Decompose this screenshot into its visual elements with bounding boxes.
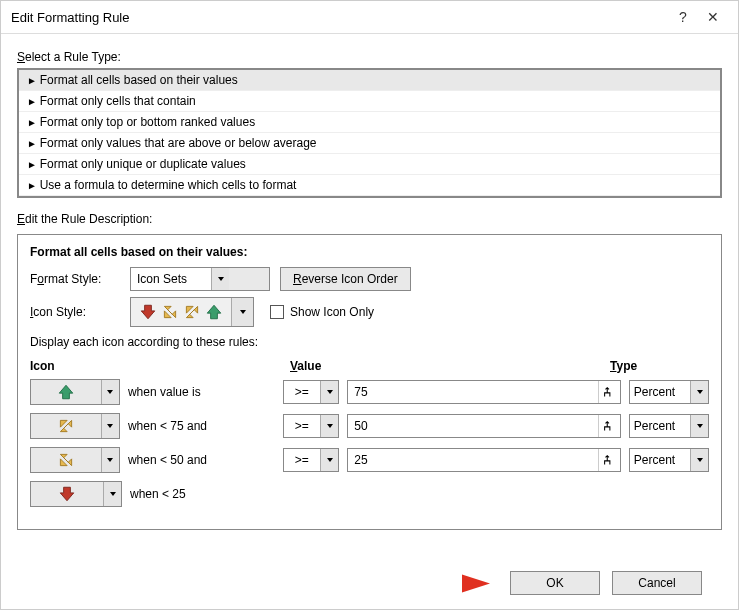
- operator-dropdown[interactable]: >=: [283, 414, 340, 438]
- checkbox-icon: [270, 305, 284, 319]
- value-field[interactable]: [348, 415, 598, 437]
- arrow-downright-icon: [161, 303, 179, 321]
- operator-dropdown[interactable]: >=: [283, 380, 340, 404]
- ok-button[interactable]: OK: [510, 571, 600, 595]
- chevron-down-icon: [101, 414, 119, 438]
- rule-description-panel: Format all cells based on their values: …: [17, 234, 722, 530]
- arrow-downright-yellow-icon: [57, 451, 75, 469]
- edit-description-label: Edit the Rule Description:: [17, 212, 722, 226]
- icon-dropdown[interactable]: [30, 447, 120, 473]
- value-input[interactable]: [347, 448, 621, 472]
- chevron-down-icon: [320, 449, 338, 471]
- value-field[interactable]: [348, 449, 598, 471]
- rule-type-item[interactable]: Format only unique or duplicate values: [19, 154, 720, 175]
- chevron-down-icon: [690, 381, 708, 403]
- chevron-down-icon: [103, 482, 121, 506]
- chevron-down-icon: [231, 298, 253, 326]
- rule-type-item[interactable]: Format only top or bottom ranked values: [19, 112, 720, 133]
- rule-type-list[interactable]: Format all cells based on their valuesFo…: [17, 68, 722, 198]
- chevron-down-icon: [320, 415, 338, 437]
- when-label: when value is: [128, 385, 275, 399]
- icon-rule-row: when < 50 and >= Percent: [30, 447, 709, 473]
- close-button[interactable]: ✕: [698, 9, 728, 25]
- range-picker-icon[interactable]: [598, 381, 620, 403]
- type-dropdown[interactable]: Percent: [629, 414, 709, 438]
- chevron-down-icon: [101, 448, 119, 472]
- icon-rule-row: when < 75 and >= Percent: [30, 413, 709, 439]
- icon-dropdown[interactable]: [30, 379, 120, 405]
- icon-style-dropdown[interactable]: [130, 297, 254, 327]
- arrow-down-icon: [139, 303, 157, 321]
- arrow-up-green-icon: [57, 383, 75, 401]
- window-title: Edit Formatting Rule: [11, 10, 668, 25]
- rule-type-item[interactable]: Use a formula to determine which cells t…: [19, 175, 720, 196]
- operator-dropdown[interactable]: >=: [283, 448, 340, 472]
- description-title: Format all cells based on their values:: [30, 245, 709, 259]
- select-rule-type-label: Select a Rule Type:: [17, 50, 722, 64]
- icon-style-label: Icon Style:: [30, 305, 120, 319]
- titlebar: Edit Formatting Rule ? ✕: [1, 1, 738, 34]
- arrow-down-red-icon: [58, 485, 76, 503]
- format-style-label: Format Style:: [30, 272, 120, 286]
- chevron-down-icon: [211, 268, 229, 290]
- range-picker-icon[interactable]: [598, 449, 620, 471]
- help-button[interactable]: ?: [668, 9, 698, 25]
- annotation-arrow-icon: [372, 571, 492, 600]
- type-dropdown[interactable]: Percent: [629, 380, 709, 404]
- range-picker-icon[interactable]: [598, 415, 620, 437]
- icon-rule-row: when < 25: [30, 481, 709, 507]
- when-label: when < 50 and: [128, 453, 275, 467]
- value-field[interactable]: [348, 381, 598, 403]
- rule-type-item[interactable]: Format only cells that contain: [19, 91, 720, 112]
- dialog-footer: OK Cancel: [17, 561, 722, 609]
- value-input[interactable]: [347, 414, 621, 438]
- column-header-icon: Icon: [30, 359, 290, 373]
- cancel-button[interactable]: Cancel: [612, 571, 702, 595]
- rule-type-item[interactable]: Format only values that are above or bel…: [19, 133, 720, 154]
- chevron-down-icon: [320, 381, 338, 403]
- chevron-down-icon: [690, 449, 708, 471]
- arrow-upright-yellow-icon: [57, 417, 75, 435]
- icon-rule-row: when value is >= Percent: [30, 379, 709, 405]
- display-rules-label: Display each icon according to these rul…: [30, 335, 709, 349]
- value-input[interactable]: [347, 380, 621, 404]
- when-label: when < 75 and: [128, 419, 275, 433]
- icon-dropdown[interactable]: [30, 481, 122, 507]
- icon-dropdown[interactable]: [30, 413, 120, 439]
- chevron-down-icon: [690, 415, 708, 437]
- format-style-dropdown[interactable]: Icon Sets: [130, 267, 270, 291]
- when-label: when < 25: [130, 487, 280, 501]
- arrow-up-icon: [205, 303, 223, 321]
- show-icon-only-checkbox[interactable]: Show Icon Only: [270, 305, 374, 319]
- column-header-value: Value: [290, 359, 610, 373]
- chevron-down-icon: [101, 380, 119, 404]
- arrow-upright-icon: [183, 303, 201, 321]
- type-dropdown[interactable]: Percent: [629, 448, 709, 472]
- dialog-edit-formatting-rule: Edit Formatting Rule ? ✕ Select a Rule T…: [0, 0, 739, 610]
- reverse-icon-order-button[interactable]: Reverse Icon Order: [280, 267, 411, 291]
- column-header-type: Type: [610, 359, 700, 373]
- rule-type-item[interactable]: Format all cells based on their values: [19, 70, 720, 91]
